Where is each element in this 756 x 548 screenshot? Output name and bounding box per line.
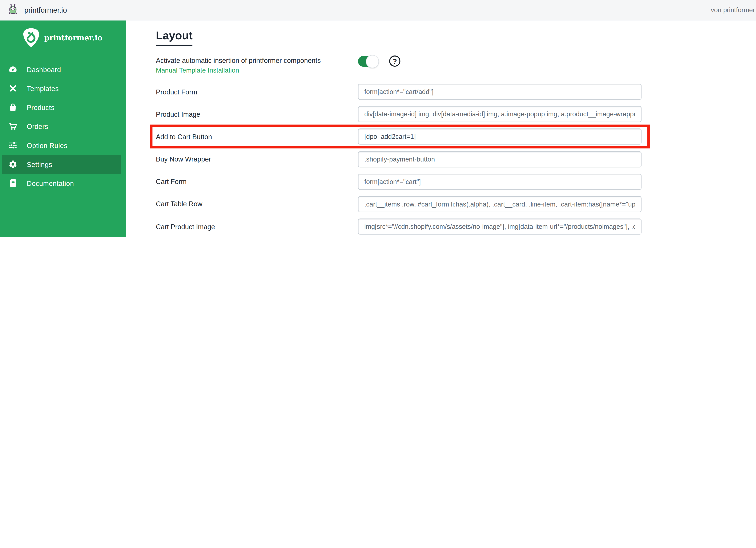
- field-label: Cart Table Row: [156, 200, 358, 208]
- dashboard-gauge-icon: [8, 65, 17, 74]
- auto-insert-label: Activate automatic insertion of printfor…: [156, 56, 358, 65]
- option-rules-sliders-icon: [8, 141, 17, 150]
- field-row-cart-product-image: Cart Product Image: [156, 219, 642, 235]
- field-label: Product Form: [156, 88, 358, 96]
- sidebar-item-label: Products: [27, 104, 55, 111]
- product-form-input[interactable]: [358, 84, 642, 100]
- cart-product-image-input[interactable]: [358, 219, 642, 235]
- sidebar-item-settings[interactable]: Settings: [2, 155, 121, 174]
- field-row-product-image: Product Image: [156, 106, 642, 122]
- orders-cart-icon: [8, 121, 17, 131]
- cart-table-row-input[interactable]: [358, 196, 642, 212]
- templates-pencil-ruler-icon: [8, 84, 17, 93]
- field-label: Add to Cart Button: [156, 133, 358, 141]
- sidebar-item-label: Option Rules: [27, 141, 67, 149]
- layout-heading: Layout: [156, 29, 756, 46]
- app-window: printformer.io von printformer printform…: [0, 0, 756, 237]
- add-to-cart-button-input[interactable]: [358, 129, 642, 145]
- field-row-product-form: Product Form: [156, 84, 642, 100]
- field-row-buy-now-wrapper: Buy Now Wrapper: [156, 151, 642, 167]
- sidebar-logo: printformer.io: [0, 20, 126, 48]
- sidebar-item-documentation[interactable]: Documentation: [0, 174, 126, 193]
- sidebar-item-orders[interactable]: Orders: [0, 117, 126, 136]
- sidebar-item-label: Documentation: [27, 179, 74, 187]
- field-row-cart-form: Cart Form: [156, 174, 642, 190]
- settings-gear-icon: [8, 159, 17, 169]
- settings-page: Layout Activate automatic insertion of p…: [126, 20, 756, 237]
- help-icon[interactable]: ?: [389, 56, 400, 67]
- sidebar-item-templates[interactable]: Templates: [0, 79, 126, 98]
- app-title: printformer.io: [24, 6, 67, 14]
- field-label: Cart Product Image: [156, 223, 358, 231]
- documentation-book-icon: [8, 178, 17, 188]
- product-image-input[interactable]: [358, 106, 642, 122]
- sidebar-item-label: Settings: [27, 161, 52, 168]
- sidebar-item-label: Templates: [27, 85, 59, 92]
- manual-template-installation-link[interactable]: Manual Template Installation: [156, 66, 239, 75]
- sidebar-item-products[interactable]: Products: [0, 98, 126, 117]
- field-label: Buy Now Wrapper: [156, 155, 358, 163]
- topbar: printformer.io von printformer: [0, 0, 756, 20]
- sidebar-item-dashboard[interactable]: Dashboard: [0, 60, 126, 79]
- auto-insert-row: Activate automatic insertion of printfor…: [156, 56, 756, 76]
- sidebar-item-label: Dashboard: [27, 65, 61, 73]
- products-bag-icon: [8, 102, 17, 112]
- printformer-monster-icon: [6, 3, 19, 16]
- toggle-knob: [366, 55, 379, 68]
- field-row-add-to-cart-button: Add to Cart Button: [156, 129, 642, 145]
- sidebar-logo-text: printformer.io: [44, 34, 102, 43]
- cart-form-input[interactable]: [358, 174, 642, 190]
- sidebar-item-label: Orders: [27, 122, 48, 130]
- buy-now-wrapper-input[interactable]: [358, 151, 642, 167]
- field-row-cart-table-row: Cart Table Row: [156, 196, 642, 212]
- field-label: Product Image: [156, 110, 358, 118]
- byline-text: von printformer: [711, 6, 755, 14]
- sidebar-item-option-rules[interactable]: Option Rules: [0, 136, 126, 155]
- auto-insert-toggle[interactable]: [358, 56, 377, 67]
- sidebar: printformer.io Dashboard Templates: [0, 20, 126, 237]
- sidebar-nav: Dashboard Templates Products: [0, 60, 126, 193]
- printformer-pick-logo-icon: [22, 28, 40, 48]
- field-label: Cart Form: [156, 178, 358, 186]
